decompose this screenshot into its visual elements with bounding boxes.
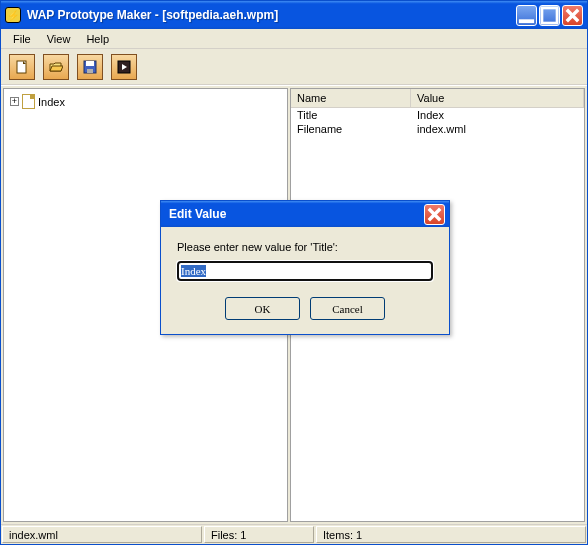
prop-name: Filename <box>291 122 411 136</box>
menubar: File View Help <box>1 29 587 49</box>
open-button[interactable] <box>43 54 69 80</box>
window-title: WAP Prototype Maker - [softpedia.aeh.wpm… <box>27 8 516 22</box>
value-input[interactable] <box>177 261 433 281</box>
edit-value-dialog: Edit Value Please enter new value for 'T… <box>160 200 450 335</box>
column-header-value[interactable]: Value <box>411 89 584 107</box>
dialog-title: Edit Value <box>165 207 424 221</box>
toolbar <box>1 49 587 85</box>
maximize-button[interactable] <box>539 5 560 26</box>
properties-header: Name Value <box>291 89 584 108</box>
table-row[interactable]: Filename index.wml <box>291 122 584 136</box>
dialog-titlebar: Edit Value <box>161 201 449 227</box>
menu-help[interactable]: Help <box>78 31 117 47</box>
status-items: Items: 1 <box>316 526 586 543</box>
prop-name: Title <box>291 108 411 122</box>
expand-icon[interactable]: + <box>10 97 19 106</box>
app-icon: ⚡ <box>5 7 21 23</box>
tree-root-row[interactable]: + Index <box>8 93 283 110</box>
svg-rect-5 <box>87 69 93 73</box>
ok-button[interactable]: OK <box>225 297 300 320</box>
statusbar: index.wml Files: 1 Items: 1 <box>1 524 587 544</box>
status-file: index.wml <box>2 526 202 543</box>
save-button[interactable] <box>77 54 103 80</box>
titlebar: ⚡ WAP Prototype Maker - [softpedia.aeh.w… <box>1 1 587 29</box>
page-icon <box>22 94 35 109</box>
close-button[interactable] <box>562 5 583 26</box>
svg-rect-4 <box>86 61 94 66</box>
minimize-button[interactable] <box>516 5 537 26</box>
tree-item-label: Index <box>38 96 65 108</box>
svg-rect-0 <box>519 19 534 23</box>
run-button[interactable] <box>111 54 137 80</box>
column-header-name[interactable]: Name <box>291 89 411 107</box>
prop-value: Index <box>411 108 584 122</box>
table-row[interactable]: Title Index <box>291 108 584 122</box>
cancel-button[interactable]: Cancel <box>310 297 385 320</box>
svg-rect-1 <box>542 7 557 22</box>
menu-file[interactable]: File <box>5 31 39 47</box>
dialog-prompt: Please enter new value for 'Title': <box>177 241 433 253</box>
prop-value: index.wml <box>411 122 584 136</box>
new-button[interactable] <box>9 54 35 80</box>
status-files: Files: 1 <box>204 526 314 543</box>
dialog-close-button[interactable] <box>424 204 445 225</box>
menu-view[interactable]: View <box>39 31 79 47</box>
